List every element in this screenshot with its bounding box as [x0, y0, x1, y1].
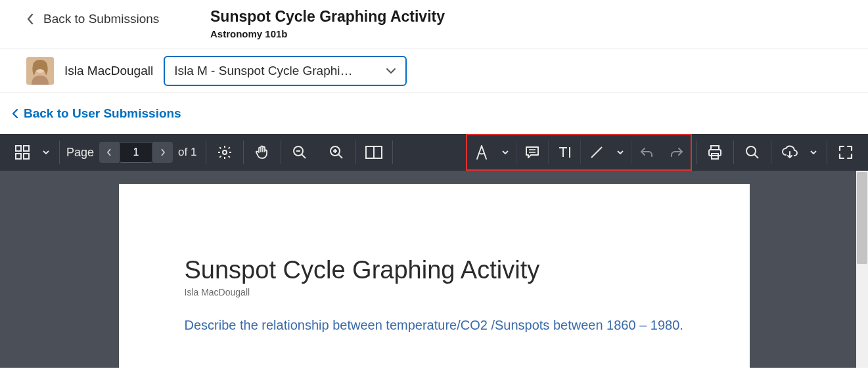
top-header: Back to Submissions Sunspot Cycle Graphi…: [0, 0, 868, 49]
separator: [733, 141, 734, 164]
zoom-out-button[interactable]: [285, 138, 314, 167]
separator: [355, 141, 355, 164]
line-tool-dropdown[interactable]: [611, 138, 629, 167]
assignment-title-block: Sunspot Cycle Graphing Activity Astronom…: [197, 0, 458, 49]
svg-rect-3: [24, 146, 29, 151]
user-row: Isla MacDougall Isla M - Sunspot Cycle G…: [0, 49, 868, 93]
chevron-down-icon: [43, 150, 49, 154]
text-icon: [557, 145, 572, 160]
pan-button[interactable]: [248, 138, 277, 167]
back-to-user-submissions-label: Back to User Submissions: [24, 106, 181, 121]
svg-rect-2: [16, 146, 21, 151]
svg-line-24: [754, 154, 758, 158]
page-label: Page: [66, 146, 94, 160]
fullscreen-button[interactable]: [831, 138, 860, 167]
separator: [243, 141, 244, 164]
cloud-download-icon: [781, 144, 798, 160]
file-select-label: Isla M - Sunspot Cycle Graphi…: [174, 64, 352, 78]
pdf-viewer-toolbar: Page of 1: [0, 134, 868, 171]
avatar: [26, 57, 54, 85]
pdf-viewer-body[interactable]: Sunspot Cycle Graphing Activity Isla Mac…: [0, 171, 868, 368]
page-count-label: of 1: [178, 146, 196, 159]
back-to-user-submissions-link[interactable]: Back to User Submissions: [0, 93, 868, 134]
svg-point-23: [746, 146, 756, 156]
scrollbar-thumb[interactable]: [857, 172, 867, 264]
undo-button[interactable]: [633, 138, 662, 167]
next-page-button[interactable]: [153, 142, 173, 163]
line-tool-button[interactable]: [582, 138, 611, 167]
line-icon: [589, 144, 605, 160]
svg-line-8: [302, 154, 306, 158]
chevron-down-icon: [810, 150, 817, 154]
separator: [771, 141, 771, 164]
document-page: Sunspot Cycle Graphing Activity Isla Mac…: [119, 184, 750, 368]
separator: [548, 141, 549, 164]
comment-tool-button[interactable]: [518, 138, 547, 167]
fullscreen-icon: [838, 145, 853, 160]
separator: [392, 141, 393, 164]
prev-page-button[interactable]: [99, 142, 119, 163]
separator: [631, 141, 631, 164]
text-tool-button[interactable]: [550, 138, 579, 167]
course-name: Astronomy 101b: [210, 28, 445, 39]
print-icon: [707, 144, 723, 160]
gear-icon: [217, 144, 233, 160]
print-button[interactable]: [700, 138, 729, 167]
assignment-title: Sunspot Cycle Graphing Activity: [210, 8, 445, 26]
document-title: Sunspot Cycle Graphing Activity: [185, 256, 684, 284]
chevron-left-icon: [12, 108, 18, 119]
page-number-input[interactable]: [119, 142, 153, 163]
redo-icon: [668, 146, 684, 159]
student-name: Isla MacDougall: [64, 64, 153, 78]
back-to-submissions-label: Back to Submissions: [43, 12, 159, 26]
svg-point-6: [223, 150, 227, 154]
undo-icon: [639, 146, 655, 159]
search-button[interactable]: [738, 138, 767, 167]
thumbnails-button[interactable]: [8, 138, 37, 167]
compass-icon: [474, 144, 489, 160]
grid-icon: [15, 145, 30, 160]
file-select-dropdown[interactable]: Isla M - Sunspot Cycle Graphi…: [164, 56, 407, 86]
zoom-in-button[interactable]: [322, 138, 351, 167]
svg-rect-21: [709, 150, 721, 156]
chevron-down-icon: [617, 150, 624, 154]
download-dropdown[interactable]: [804, 138, 823, 167]
back-to-submissions-link[interactable]: Back to Submissions: [0, 0, 197, 38]
chevron-left-icon: [106, 148, 112, 156]
scrollbar[interactable]: [856, 171, 868, 368]
chevron-right-icon: [160, 148, 166, 156]
settings-button[interactable]: [210, 138, 239, 167]
separator: [59, 141, 60, 164]
comment-icon: [524, 145, 540, 160]
separator: [580, 141, 581, 164]
drawing-tool-dropdown[interactable]: [496, 138, 514, 167]
separator: [696, 141, 697, 164]
document-body-text: Describe the relationship between temper…: [185, 315, 684, 336]
download-button[interactable]: [775, 138, 804, 167]
chevron-left-icon: [26, 13, 34, 25]
chevron-down-icon: [502, 150, 509, 154]
zoom-out-icon: [292, 144, 308, 160]
annotation-tools-group: [466, 134, 692, 171]
chevron-down-icon: [386, 68, 396, 74]
drawing-tool-button[interactable]: [467, 138, 496, 167]
page-layout-icon: [365, 146, 382, 159]
svg-rect-4: [16, 154, 21, 159]
hand-icon: [254, 144, 270, 160]
separator: [281, 141, 281, 164]
separator: [516, 141, 516, 164]
svg-line-11: [338, 154, 342, 158]
svg-rect-5: [24, 154, 29, 159]
redo-button[interactable]: [662, 138, 691, 167]
thumbnails-dropdown[interactable]: [37, 138, 55, 167]
document-author: Isla MacDougall: [185, 287, 684, 297]
zoom-in-icon: [329, 144, 344, 160]
svg-line-19: [591, 147, 602, 158]
separator: [827, 141, 827, 164]
search-icon: [744, 144, 760, 160]
separator: [206, 141, 206, 164]
page-layout-button[interactable]: [359, 138, 388, 167]
